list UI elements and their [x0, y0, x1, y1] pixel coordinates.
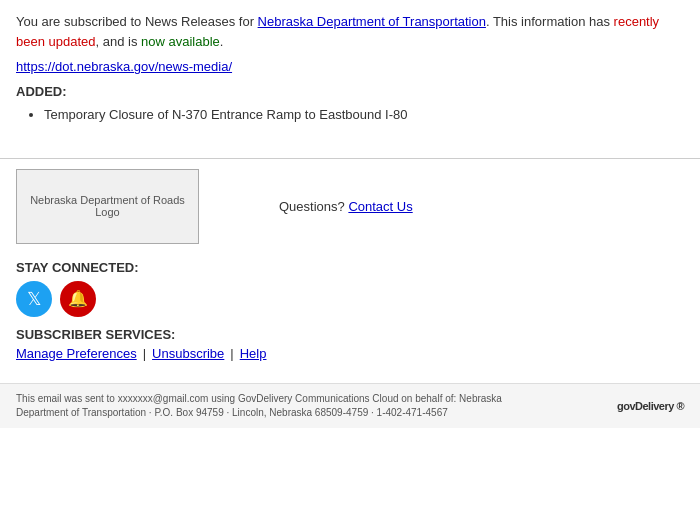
- govdelivery-logo: govDelivery ®: [617, 400, 684, 412]
- logo-alt-text: Nebraska Department of Roads Logo: [21, 194, 194, 218]
- bottom-bar: This email was sent to xxxxxxx@gmail.com…: [0, 383, 700, 428]
- govdelivery-bell-icon[interactable]: 🔔: [60, 281, 96, 317]
- social-icons-row: 𝕏 🔔: [16, 281, 684, 317]
- stay-connected-section: STAY CONNECTED: 𝕏 🔔: [16, 260, 684, 317]
- subscriber-services-label: SUBSCRIBER SERVICES:: [16, 327, 684, 342]
- added-item: Temporary Closure of N-370 Entrance Ramp…: [44, 105, 684, 126]
- twitter-icon[interactable]: 𝕏: [16, 281, 52, 317]
- manage-preferences-link[interactable]: Manage Preferences: [16, 346, 137, 361]
- questions-label: Questions?: [279, 199, 345, 214]
- added-label: ADDED:: [16, 84, 684, 99]
- separator-1: |: [143, 346, 146, 361]
- subscriber-links-row: Manage Preferences | Unsubscribe | Help: [16, 346, 684, 361]
- govdelivery-logo-text: govDelivery ®: [617, 400, 684, 412]
- separator-2: |: [230, 346, 233, 361]
- bottom-email-text: This email was sent to xxxxxxx@gmail.com…: [16, 392, 546, 420]
- main-content: You are subscribed to News Releases for …: [0, 0, 700, 134]
- footer-section: Nebraska Department of Roads Logo Questi…: [0, 159, 700, 371]
- contact-us-link[interactable]: Contact Us: [348, 199, 412, 214]
- news-media-link[interactable]: https://dot.nebraska.gov/news-media/: [16, 59, 684, 74]
- ndot-logo: Nebraska Department of Roads Logo: [16, 169, 199, 244]
- stay-connected-label: STAY CONNECTED:: [16, 260, 684, 275]
- intro-paragraph: You are subscribed to News Releases for …: [16, 12, 684, 51]
- logo-contact-row: Nebraska Department of Roads Logo Questi…: [16, 169, 684, 244]
- subscriber-services-section: SUBSCRIBER SERVICES: Manage Preferences …: [16, 327, 684, 361]
- unsubscribe-link[interactable]: Unsubscribe: [152, 346, 224, 361]
- added-items-list: Temporary Closure of N-370 Entrance Ramp…: [44, 105, 684, 126]
- contact-area: Questions? Contact Us: [219, 199, 684, 214]
- help-link[interactable]: Help: [240, 346, 267, 361]
- ndot-link[interactable]: Nebraska Department of Transportation: [258, 14, 486, 29]
